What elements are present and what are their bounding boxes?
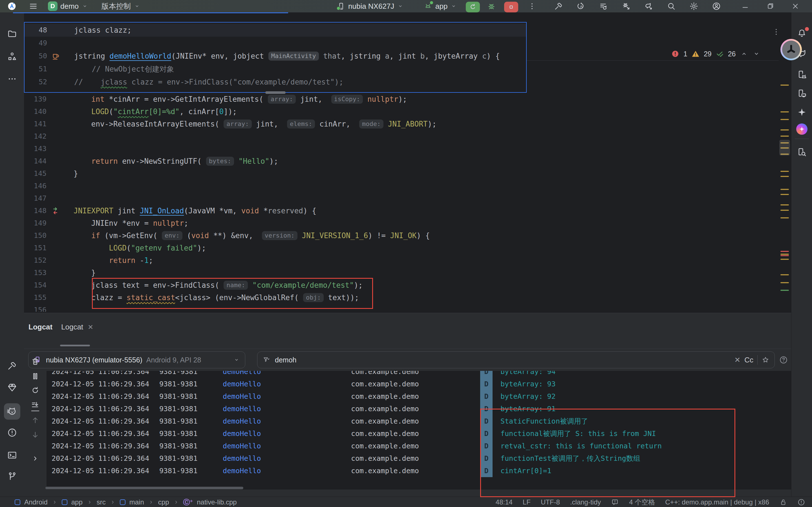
previous-button[interactable] [31, 416, 40, 425]
window-close-button[interactable] [791, 2, 800, 10]
sync-icon[interactable]: A [577, 2, 586, 11]
close-tab-icon[interactable]: ✕ [88, 323, 93, 331]
window-minimize-button[interactable] [741, 2, 749, 10]
red-stripe-mark[interactable] [780, 255, 789, 256]
code-line-149[interactable]: 149 JNIEnv *env = nullptr; [24, 217, 779, 229]
code-line-139[interactable]: 139 int *cinArr = env->GetIntArrayElemen… [24, 93, 779, 105]
code-line-146[interactable]: 146 [24, 180, 779, 192]
jni-arrows-icon[interactable] [50, 206, 60, 216]
code-line-150[interactable]: 150 if (vm->GetEnv( env: (void **) &env,… [24, 229, 779, 242]
device-manager-icon[interactable] [797, 70, 807, 80]
encoding[interactable]: UTF-8 [541, 498, 560, 506]
logcat-tab[interactable]: Logcat ✕ [61, 323, 93, 331]
prev-problem-icon[interactable] [740, 50, 748, 58]
stop-button[interactable] [504, 1, 518, 13]
match-case-toggle[interactable]: Cc [744, 356, 753, 364]
log-row[interactable]: 2024-12-05 11:06:29.3649381-9381demoHell… [47, 378, 791, 390]
horizontal-scrollbar[interactable] [45, 487, 243, 489]
peek-resize-grip[interactable] [265, 91, 286, 94]
device-explorer-icon[interactable] [797, 147, 807, 157]
warning-stripe-mark[interactable] [780, 194, 789, 195]
code-line-51[interactable]: 51 // NewObject创建对象 [24, 63, 526, 75]
account-icon[interactable] [712, 2, 721, 11]
more-tools-icon[interactable] [7, 74, 17, 84]
device-selector[interactable]: nubia NX627J [337, 0, 404, 12]
floating-overlay-button[interactable] [780, 39, 802, 60]
log-row[interactable]: 2024-12-05 11:06:29.3649381-9381demoHell… [47, 371, 791, 378]
warning-stripe-mark[interactable] [780, 217, 789, 218]
warning-stripe-mark[interactable] [780, 129, 789, 130]
code-line-48[interactable]: 48jclass clazz; [24, 24, 526, 37]
green-stripe-mark[interactable] [780, 290, 789, 291]
warning-stripe-mark[interactable] [780, 171, 789, 172]
line-ending[interactable]: LF [523, 498, 531, 506]
write-access-icon[interactable] [779, 498, 787, 506]
red-stripe-mark[interactable] [780, 251, 789, 252]
code-line-152[interactable]: 152 return -1; [24, 254, 779, 267]
attach-debugger-icon[interactable] [622, 2, 631, 11]
warning-stripe-mark[interactable] [780, 176, 789, 177]
clear-filter-icon[interactable]: ✕ [734, 356, 740, 364]
code-line-151[interactable]: 151 LOGD("getenv failed"); [24, 242, 779, 254]
logcat-device-dropdown[interactable]: nubia NX627J (emulator-5556) Android 9, … [28, 351, 245, 368]
project-selector[interactable]: D demo [48, 0, 88, 12]
breadcrumb-cpp[interactable]: cpp [158, 498, 169, 506]
caret-position[interactable]: 48:14 [496, 498, 512, 506]
run-config-selector[interactable]: app [424, 0, 457, 12]
inspections-widget[interactable]: 1 29 26 [671, 50, 761, 58]
warning-stripe-mark[interactable] [780, 210, 789, 211]
editor-scrollbar-thumb[interactable] [779, 140, 790, 156]
build-variants-icon[interactable] [599, 2, 608, 11]
build-icon[interactable] [7, 361, 17, 371]
warning-stripe-mark[interactable] [780, 253, 789, 255]
app-quality-insights-icon[interactable] [7, 383, 17, 393]
search-icon[interactable] [667, 2, 676, 11]
next-button[interactable] [31, 430, 40, 439]
debug-button[interactable] [487, 0, 496, 12]
breadcrumb-src[interactable]: src [97, 498, 106, 506]
breadcrumb-main[interactable]: main [129, 498, 144, 506]
event-log-icon[interactable] [797, 498, 805, 506]
expand-button[interactable] [31, 454, 40, 463]
breadcrumb-file[interactable]: native-lib.cpp [197, 498, 236, 506]
warning-stripe-mark[interactable] [780, 189, 789, 190]
problems-widget-icon[interactable] [611, 498, 619, 506]
code-line-141[interactable]: 141 env->ReleaseIntArrayElements( array:… [24, 118, 779, 130]
vcs-widget[interactable]: 版本控制 [102, 0, 141, 12]
warning-stripe-mark[interactable] [780, 274, 789, 275]
log-row[interactable]: 2024-12-05 11:06:29.3649381-9381demoHell… [47, 390, 791, 403]
build-hammer-icon[interactable] [554, 2, 563, 11]
problems-icon[interactable] [7, 428, 17, 438]
code-line-142[interactable]: 142 [24, 130, 779, 143]
rerun-button[interactable] [466, 1, 480, 13]
warning-stripe-mark[interactable] [780, 259, 789, 260]
project-folder-icon[interactable] [7, 29, 17, 39]
more-run-options-button[interactable] [528, 0, 536, 12]
main-menu-button[interactable] [29, 0, 38, 12]
scroll-to-end-button[interactable] [31, 400, 40, 409]
logcat-window-title[interactable]: Logcat [29, 323, 52, 331]
filter-funnel-icon[interactable] [263, 356, 270, 364]
clear-button[interactable] [31, 357, 40, 366]
next-problem-icon[interactable] [752, 50, 761, 58]
profiler-icon[interactable] [644, 2, 653, 11]
help-icon[interactable] [779, 355, 788, 364]
code-line-148[interactable]: 148JNIEXPORT jint JNI_OnLoad(JavaVM *vm,… [24, 205, 779, 217]
editor-options-button[interactable] [772, 27, 780, 36]
warning-stripe-mark[interactable] [780, 119, 789, 120]
breadcrumb-app[interactable]: app [71, 498, 83, 506]
indent-setting[interactable]: 4 个空格 [629, 498, 655, 507]
warning-stripe-mark[interactable] [780, 84, 789, 86]
warning-stripe-mark[interactable] [780, 135, 789, 137]
terminal-icon[interactable] [7, 450, 17, 460]
gemini-icon[interactable] [796, 123, 808, 135]
code-line-49[interactable]: 49 [24, 37, 526, 50]
peek-code-area[interactable]: 48jclass clazz;4950jstring demoHelloWorl… [24, 24, 526, 89]
settings-icon[interactable] [689, 2, 698, 11]
window-maximize-button[interactable] [766, 2, 774, 10]
code-line-50[interactable]: 50jstring demoHelloWorld(JNIEnv* env, jo… [24, 50, 526, 63]
code-line-143[interactable]: 143 [24, 143, 779, 155]
code-line-147[interactable]: 147 [24, 192, 779, 205]
logcat-icon[interactable] [7, 406, 17, 416]
logcat-filter-box[interactable]: ✕ Cc [257, 351, 775, 368]
